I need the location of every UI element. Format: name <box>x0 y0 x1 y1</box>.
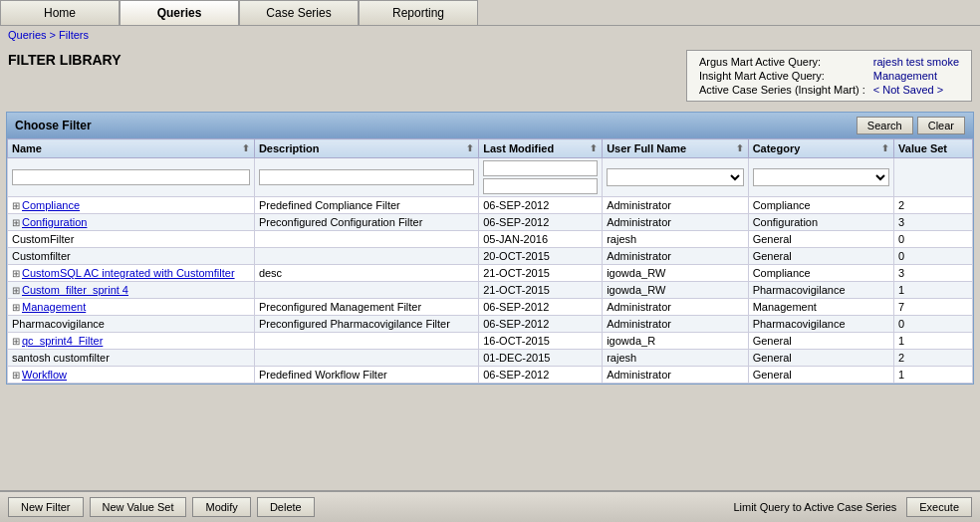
table-row: ⊞CompliancePredefined Compliance Filter0… <box>8 197 973 214</box>
expand-icon[interactable]: ⊞ <box>12 285 20 296</box>
category-cell: Pharmacovigilance <box>748 282 893 299</box>
date-cell: 21-OCT-2015 <box>479 282 603 299</box>
user-cell: igowda_RW <box>603 265 748 282</box>
date-sort-icon[interactable]: ⬆ <box>590 143 598 153</box>
name-filter-input[interactable] <box>12 169 250 185</box>
user-cell: Administrator <box>603 214 748 231</box>
col-header-value-set: Value Set <box>894 139 973 158</box>
breadcrumb-filters: Filters <box>59 29 89 41</box>
user-cell: Administrator <box>603 197 748 214</box>
name-cell: ⊞qc_sprint4_Filter <box>8 333 255 350</box>
filter-name-text: Customfilter <box>12 250 71 262</box>
nav-tab-case-series[interactable]: Case Series <box>239 0 359 25</box>
expand-icon[interactable]: ⊞ <box>12 370 20 381</box>
filter-name-link[interactable]: CustomSQL AC integrated with Customfilte… <box>22 267 235 279</box>
new-filter-button[interactable]: New Filter <box>8 497 84 517</box>
nav-tab-reporting[interactable]: Reporting <box>359 0 478 25</box>
insight-mart-label: Insight Mart Active Query: <box>695 69 869 83</box>
col-header-user: User Full Name ⬆ <box>603 139 748 158</box>
col-header-category: Category ⬆ <box>748 139 893 158</box>
date-to-input[interactable]: 00-MMM-0000 <box>483 178 598 194</box>
table-row: ⊞qc_sprint4_Filter16-OCT-2015igowda_RGen… <box>8 333 973 350</box>
desc-sort-icon[interactable]: ⬆ <box>466 143 474 153</box>
user-filter-cell <box>603 158 748 197</box>
description-cell <box>254 231 478 248</box>
nav-tab-queries[interactable]: Queries <box>120 0 239 25</box>
date-cell: 05-JAN-2016 <box>479 231 603 248</box>
filter-name-text: santosh customfilter <box>12 352 110 364</box>
description-cell <box>254 333 478 350</box>
category-cell: General <box>748 231 893 248</box>
value-set-cell: 1 <box>894 333 973 350</box>
date-filter-cell: 00-MMM-0000 00-MMM-0000 <box>479 158 603 197</box>
value-set-cell: 1 <box>894 367 973 384</box>
table-row: ⊞ManagementPreconfigured Management Filt… <box>8 299 973 316</box>
expand-icon[interactable]: ⊞ <box>12 336 20 347</box>
insight-mart-value: Management <box>869 69 963 83</box>
category-cell: Configuration <box>748 214 893 231</box>
breadcrumb: Queries > Filters <box>0 26 980 44</box>
description-cell: Preconfigured Pharmacovigilance Filter <box>254 316 478 333</box>
filter-name-link[interactable]: Configuration <box>22 216 87 228</box>
breadcrumb-queries[interactable]: Queries <box>8 29 47 41</box>
value-set-cell: 3 <box>894 265 973 282</box>
header-area: Argus Mart Active Query: rajesh test smo… <box>0 44 980 108</box>
expand-icon[interactable]: ⊞ <box>12 217 20 228</box>
search-button[interactable]: Search <box>857 117 913 134</box>
argus-mart-label: Argus Mart Active Query: <box>695 55 869 69</box>
expand-icon[interactable]: ⊞ <box>12 302 20 313</box>
description-cell <box>254 282 478 299</box>
user-cell: Administrator <box>603 367 748 384</box>
table-container: Name ⬆ Description ⬆ Last Modified <box>7 138 973 384</box>
clear-button[interactable]: Clear <box>917 117 965 134</box>
date-cell: 06-SEP-2012 <box>479 316 603 333</box>
table-body: ⊞CompliancePredefined Compliance Filter0… <box>8 197 973 384</box>
new-value-set-button[interactable]: New Value Set <box>90 497 187 517</box>
date-cell: 16-OCT-2015 <box>479 333 603 350</box>
modify-button[interactable]: Modify <box>192 497 250 517</box>
user-filter-select[interactable] <box>607 168 743 186</box>
info-panel: Argus Mart Active Query: rajesh test smo… <box>686 50 972 102</box>
value-set-cell: 1 <box>894 282 973 299</box>
expand-icon[interactable]: ⊞ <box>12 268 20 279</box>
category-sort-icon[interactable]: ⬆ <box>881 143 889 153</box>
name-sort-icon[interactable]: ⬆ <box>242 143 250 153</box>
description-cell <box>254 248 478 265</box>
date-cell: 06-SEP-2012 <box>479 299 603 316</box>
name-cell: ⊞Workflow <box>8 367 255 384</box>
filter-name-link[interactable]: Custom_filter_sprint 4 <box>22 284 128 296</box>
filter-name-link[interactable]: Management <box>22 301 86 313</box>
filter-name-link[interactable]: Workflow <box>22 369 67 381</box>
value-set-cell: 0 <box>894 316 973 333</box>
table-row: ⊞WorkflowPredefined Workflow Filter06-SE… <box>8 367 973 384</box>
filter-table: Name ⬆ Description ⬆ Last Modified <box>7 138 973 384</box>
argus-mart-value: rajesh test smoke <box>869 55 963 69</box>
user-cell: igowda_RW <box>603 282 748 299</box>
name-cell: ⊞Custom_filter_sprint 4 <box>8 282 255 299</box>
category-filter-select[interactable] <box>753 168 889 186</box>
table-row: ⊞Custom_filter_sprint 421-OCT-2015igowda… <box>8 282 973 299</box>
user-cell: Administrator <box>603 248 748 265</box>
name-cell: ⊞Configuration <box>8 214 255 231</box>
value-set-cell: 0 <box>894 231 973 248</box>
expand-icon[interactable]: ⊞ <box>12 200 20 211</box>
nav-tab-home[interactable]: Home <box>0 0 120 25</box>
description-cell: Preconfigured Management Filter <box>254 299 478 316</box>
delete-button[interactable]: Delete <box>257 497 315 517</box>
execute-button[interactable]: Execute <box>906 497 972 517</box>
filter-name-link[interactable]: Compliance <box>22 199 80 211</box>
date-from-input[interactable]: 00-MMM-0000 <box>483 160 598 176</box>
col-header-last-modified: Last Modified ⬆ <box>479 139 603 158</box>
user-cell: rajesh <box>603 231 748 248</box>
date-cell: 20-OCT-2015 <box>479 248 603 265</box>
category-cell: Pharmacovigilance <box>748 316 893 333</box>
user-sort-icon[interactable]: ⬆ <box>736 143 744 153</box>
desc-filter-input[interactable] <box>259 169 474 185</box>
filter-name-link[interactable]: qc_sprint4_Filter <box>22 335 103 347</box>
filter-header-title: Choose Filter <box>15 119 92 132</box>
value-set-cell: 2 <box>894 197 973 214</box>
value-set-cell: 2 <box>894 350 973 367</box>
top-nav: Home Queries Case Series Reporting <box>0 0 980 26</box>
table-row: CustomFilter05-JAN-2016rajeshGeneral0 <box>8 231 973 248</box>
category-cell: Management <box>748 299 893 316</box>
